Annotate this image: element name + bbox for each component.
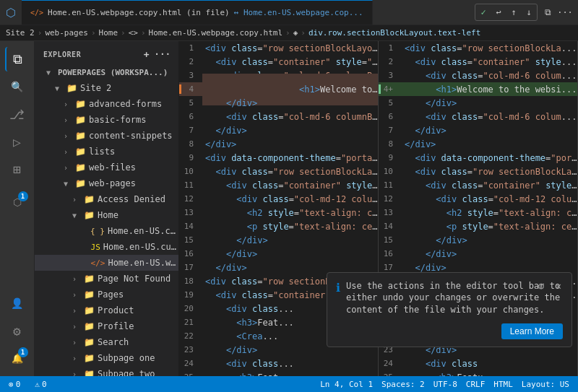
sidebar-item-search[interactable]: › 📁 Search bbox=[35, 334, 178, 350]
sidebar-label: web-files bbox=[89, 162, 136, 173]
sidebar-label: Search bbox=[98, 337, 129, 347]
language-label: HTML bbox=[493, 380, 513, 389]
breadcrumb-web-pages[interactable]: web-pages bbox=[45, 28, 88, 38]
sidebar-item-profile[interactable]: › 📁 Profile bbox=[35, 318, 178, 334]
code-line: 1<div class="row sectionBlockLa... bbox=[379, 41, 577, 55]
warning-icon: ⚠ bbox=[35, 380, 40, 389]
sidebar-label: Home.en-US.cust... bbox=[108, 226, 178, 236]
notification-settings-button[interactable]: ⚙ bbox=[534, 279, 548, 293]
code-line: 10 <div class="row sectionBlockLa... bbox=[379, 165, 577, 178]
status-errors[interactable]: ⊗ 0 bbox=[6, 376, 23, 392]
undo-button[interactable]: ↩ bbox=[491, 5, 506, 19]
more-options-button[interactable]: ··· bbox=[155, 47, 170, 61]
code-line: 11 <div class="container" style="p... bbox=[179, 178, 378, 192]
status-warnings[interactable]: ⚠ 0 bbox=[32, 376, 49, 392]
sidebar-item-home-web[interactable]: › </> Home.en-US.web... bbox=[35, 255, 178, 271]
activity-run[interactable]: ▷ bbox=[5, 129, 30, 154]
active-tab[interactable]: </> Home.en-US.webpage.copy.html (in fil… bbox=[22, 0, 373, 25]
sidebar-label: Page Not Found bbox=[98, 274, 171, 284]
learn-more-button[interactable]: Learn More bbox=[501, 323, 563, 339]
status-spaces[interactable]: Spaces: 2 bbox=[379, 380, 428, 389]
code-line: 13 <h2 style="text-align: c... bbox=[379, 206, 577, 219]
folder-icon: 📁 bbox=[84, 353, 95, 363]
code-line: 8</div> bbox=[179, 137, 378, 151]
status-layout[interactable]: Layout: US bbox=[519, 380, 572, 389]
folder-icon: 📁 bbox=[84, 321, 95, 331]
activity-bar: ⧉ 🔍 ⎇ ▷ ⊞ ⬡ 1 👤 ⚙ 🔔 1 bbox=[0, 41, 35, 376]
notification-text: Use the actions in the editor tool bar t… bbox=[346, 280, 563, 316]
sidebar-item-lists[interactable]: › 📁 lists bbox=[35, 144, 178, 160]
sidebar-item-home-cust1[interactable]: › { } Home.en-US.cust... bbox=[35, 223, 178, 239]
sidebar: EXPLORER + ··· ▼ POWERPAGES (WORKSPA...)… bbox=[35, 41, 179, 376]
next-change-button[interactable]: ↓ bbox=[522, 5, 536, 19]
activity-extensions[interactable]: ⊞ bbox=[5, 157, 30, 181]
sidebar-label: lists bbox=[89, 147, 115, 157]
activity-settings[interactable]: ⚙ bbox=[5, 318, 30, 343]
status-bar: ⊗ 0 ⚠ 0 Ln 4, Col 1 Spaces: 2 UTF-8 CRLF… bbox=[0, 376, 578, 392]
title-bar: ⬡ </> Home.en-US.webpage.copy.html (in f… bbox=[0, 0, 578, 25]
sidebar-item-page-not-found[interactable]: › 📁 Page Not Found bbox=[35, 271, 178, 287]
activity-explorer[interactable]: ⧉ bbox=[5, 47, 30, 71]
status-language[interactable]: HTML bbox=[491, 380, 516, 389]
sidebar-label: Product bbox=[98, 305, 134, 315]
breadcrumb-symbol[interactable]: ◈ bbox=[293, 28, 298, 38]
status-encoding[interactable]: UTF-8 bbox=[431, 380, 460, 389]
activity-powerpages[interactable]: ⬡ 1 bbox=[5, 190, 30, 214]
status-position[interactable]: Ln 4, Col 1 bbox=[317, 380, 376, 389]
folder-icon: 📁 bbox=[66, 83, 77, 93]
powerpages-badge: 1 bbox=[18, 191, 28, 201]
activity-notification[interactable]: 🔔 1 bbox=[5, 346, 30, 370]
tab-toolbar: ✓ ↩ ↑ ↓ ⧉ ··· bbox=[469, 4, 578, 21]
code-line: 25 <h3>Featu... bbox=[379, 370, 577, 376]
code-line: 6 <div class="col-md-6 columnBl... bbox=[179, 110, 378, 123]
sidebar-workspace[interactable]: ▼ POWERPAGES (WORKSPA...) bbox=[35, 64, 178, 80]
sidebar-item-home[interactable]: ▼ 📁 Home bbox=[35, 207, 178, 223]
sidebar-item-pages[interactable]: › 📁 Pages bbox=[35, 287, 178, 302]
encoding-label: UTF-8 bbox=[434, 380, 457, 389]
folder-icon: 📁 bbox=[84, 337, 95, 347]
code-line: 5 </div> bbox=[379, 96, 577, 110]
sidebar-item-access-denied[interactable]: › 📁 Access Denied bbox=[35, 191, 178, 207]
breadcrumb-selector[interactable]: div.row.sectionBlockLayout.text-left bbox=[309, 28, 480, 38]
sidebar-item-advanced-forms[interactable]: › 📁 advanced-forms bbox=[35, 96, 178, 112]
sidebar-item-subpage-two[interactable]: › 📁 Subpage two bbox=[35, 366, 178, 376]
sidebar-item-basic-forms[interactable]: › 📁 basic-forms bbox=[35, 112, 178, 128]
sidebar-item-subpage-one[interactable]: › 📁 Subpage one bbox=[35, 350, 178, 366]
sidebar-header-actions: + ··· bbox=[139, 47, 170, 61]
sidebar-label: content-snippets bbox=[89, 131, 173, 141]
code-line: 10 <div class="row sectionBlockLayout... bbox=[179, 165, 378, 178]
sidebar-item-site2[interactable]: ▼ 📁 Site 2 bbox=[35, 80, 178, 96]
html-icon: </> bbox=[91, 258, 105, 268]
folder-icon: 📁 bbox=[75, 147, 86, 157]
sidebar-item-home-cust2[interactable]: › JS Home.en-US.cust... bbox=[35, 239, 178, 255]
notification-close-button[interactable]: ✕ bbox=[551, 279, 566, 293]
activity-accounts[interactable]: 👤 bbox=[5, 291, 30, 315]
status-lineending[interactable]: CRLF bbox=[463, 380, 488, 389]
breadcrumb-tag[interactable]: <> bbox=[129, 28, 138, 38]
breadcrumb-home[interactable]: Home bbox=[99, 28, 118, 38]
new-file-button[interactable]: + bbox=[139, 47, 154, 61]
prev-change-button[interactable]: ↑ bbox=[506, 5, 521, 19]
json-icon: { } bbox=[90, 227, 105, 236]
more-actions-button[interactable]: ··· bbox=[558, 5, 572, 19]
code-line-modified: 4 <h1>Welcome to the new websi→ bbox=[179, 82, 378, 96]
sidebar-item-content-snippets[interactable]: › 📁 content-snippets bbox=[35, 128, 178, 144]
code-line: 11 <div class="container" style... bbox=[379, 178, 577, 192]
folder-icon: 📁 bbox=[75, 178, 86, 188]
notification-badge: 1 bbox=[18, 347, 28, 357]
code-line: 7 </div> bbox=[379, 123, 577, 137]
breadcrumb-site2[interactable]: Site 2 bbox=[6, 28, 35, 38]
sidebar-item-web-pages[interactable]: ▼ 📁 web-pages bbox=[35, 175, 178, 191]
activity-source-control[interactable]: ⎇ bbox=[5, 102, 30, 126]
diff-action-group: ✓ ↩ ↑ ↓ bbox=[475, 4, 538, 21]
code-line: 6 <div class="col-md-6 colum... bbox=[379, 110, 577, 123]
sidebar-item-web-files[interactable]: › 📁 web-files bbox=[35, 160, 178, 175]
sidebar-item-product[interactable]: › 📁 Product bbox=[35, 302, 178, 318]
folder-icon: 📁 bbox=[84, 305, 95, 315]
workspace-label: POWERPAGES (WORKSPA...) bbox=[58, 68, 168, 77]
activity-search[interactable]: 🔍 bbox=[5, 74, 30, 99]
split-editor-button[interactable]: ⧉ bbox=[540, 5, 555, 19]
sidebar-label: Site 2 bbox=[80, 83, 111, 93]
accept-button[interactable]: ✓ bbox=[476, 5, 491, 19]
breadcrumb-filename[interactable]: Home.en-US.webpage.copy.html bbox=[149, 28, 282, 38]
